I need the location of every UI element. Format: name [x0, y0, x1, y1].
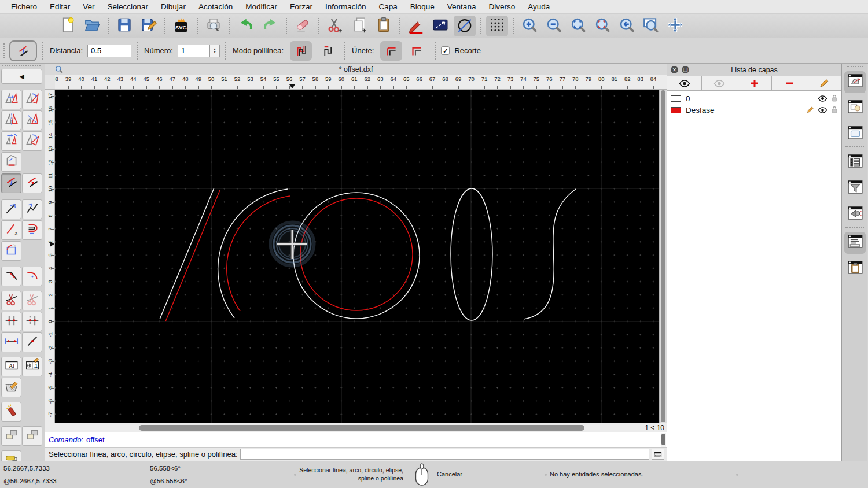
menu-item-ver[interactable]: Ver: [76, 2, 101, 11]
divide-button[interactable]: [1, 312, 21, 331]
menu-item-forzar[interactable]: Forzar: [284, 2, 319, 11]
menu-item-editar[interactable]: Editar: [43, 2, 76, 11]
save-button[interactable]: [113, 16, 135, 36]
dock-selection-filter-button[interactable]: [844, 178, 866, 199]
drawing-canvas[interactable]: [55, 90, 659, 423]
dock-drag-handle[interactable]: [847, 66, 863, 67]
menu-item-informacion[interactable]: Información: [319, 2, 373, 11]
order-lower-button[interactable]: [22, 426, 42, 446]
dock-block-list-button[interactable]: [844, 97, 866, 119]
export-svg-button[interactable]: SVG: [170, 16, 192, 36]
zoom-selection-button[interactable]: [591, 16, 613, 36]
zoom-in-button[interactable]: [518, 16, 540, 36]
split-point-button[interactable]: [22, 332, 42, 352]
trim-checkbox[interactable]: ✓: [441, 46, 450, 55]
menu-item-diverso[interactable]: Diverso: [482, 2, 521, 11]
menu-item-fichero[interactable]: Fichero: [5, 2, 43, 11]
command-history-scrollbar-thumb[interactable]: [661, 434, 665, 445]
scale-button[interactable]: [22, 110, 42, 130]
dock-library-browser-button[interactable]: [844, 123, 866, 145]
layer-lock-icon[interactable]: [831, 106, 838, 114]
menu-item-seleccionar[interactable]: Seleccionar: [101, 2, 155, 11]
ellipse-tools-button[interactable]: [454, 16, 476, 36]
grid-toggle-button[interactable]: [486, 16, 508, 36]
move-rotate-button[interactable]: [1, 131, 21, 151]
join-round-button[interactable]: [380, 41, 402, 61]
polyline-join-button[interactable]: [22, 199, 42, 219]
polyline-mode-segment-button[interactable]: [315, 41, 337, 61]
menu-item-bloque[interactable]: Bloque: [404, 2, 441, 11]
delete-segment-button[interactable]: x: [1, 220, 21, 240]
polyline-equidistant-button[interactable]: [22, 220, 42, 240]
order-raise-button[interactable]: [1, 426, 21, 446]
edit-text-button[interactable]: Al: [1, 357, 21, 376]
copy-button[interactable]: [348, 16, 370, 36]
layer-row-desfase[interactable]: Desfase: [667, 104, 841, 116]
mirror-button[interactable]: [1, 110, 21, 130]
trim-two-button[interactable]: [22, 291, 42, 310]
dock-command-echo-button[interactable]: [844, 204, 866, 225]
edit-layer-button[interactable]: [807, 76, 841, 90]
menu-item-ventana[interactable]: Ventana: [441, 2, 483, 11]
join-sharp-button[interactable]: [406, 41, 428, 61]
command-window-button[interactable]: [652, 449, 664, 460]
dock-entity-list-button[interactable]: [844, 151, 866, 173]
rotate-button[interactable]: [22, 90, 42, 109]
trim-button[interactable]: [1, 291, 21, 310]
zoom-out-button[interactable]: [543, 16, 565, 36]
paste-button[interactable]: [373, 16, 395, 36]
layer-edit-icon[interactable]: [806, 106, 814, 114]
palette-drag-handle[interactable]: [2, 65, 41, 66]
layer-lock-icon[interactable]: [831, 94, 838, 102]
print-preview-button[interactable]: [203, 16, 225, 36]
hide-all-layers-button[interactable]: [702, 76, 737, 90]
edit-hatch-button[interactable]: [1, 378, 21, 397]
zoom-window-button[interactable]: [640, 16, 662, 36]
vertical-scrollbar-thumb[interactable]: [661, 90, 665, 422]
divide-dashed-button[interactable]: [22, 312, 42, 331]
toolbar-drag-handle[interactable]: [3, 43, 7, 58]
number-spinner[interactable]: ▲▼: [210, 45, 220, 57]
horizontal-scrollbar-thumb[interactable]: [139, 425, 584, 431]
undo-button[interactable]: [235, 16, 257, 36]
zoom-pan-button[interactable]: [664, 16, 686, 36]
explode-button[interactable]: [1, 402, 21, 422]
rotate-two-button[interactable]: [22, 131, 42, 151]
dock-layer-list-button[interactable]: [844, 71, 866, 93]
vertical-scrollbar[interactable]: [659, 90, 667, 423]
stretch-button[interactable]: [1, 332, 21, 352]
fillet-shape-button[interactable]: [1, 241, 21, 261]
remove-layer-button[interactable]: [772, 76, 807, 90]
distance-input[interactable]: [87, 45, 131, 57]
zoom-auto-button[interactable]: [567, 16, 589, 36]
zoom-previous-button[interactable]: [616, 16, 638, 36]
menu-item-modificar[interactable]: Modificar: [239, 2, 284, 11]
corner-round-button[interactable]: [22, 267, 42, 286]
redo-button[interactable]: [259, 16, 281, 36]
offset-button[interactable]: [1, 173, 21, 193]
deform-button[interactable]: [1, 152, 21, 172]
offset-tool-button[interactable]: [9, 40, 37, 61]
menu-item-capa[interactable]: Capa: [373, 2, 404, 11]
polyline-mode-contour-button[interactable]: [290, 41, 312, 61]
command-input[interactable]: [240, 449, 649, 460]
layer-visible-icon[interactable]: [818, 95, 827, 102]
dimension-line-button[interactable]: [429, 16, 451, 36]
save-as-button[interactable]: [138, 16, 160, 36]
layer-row-0[interactable]: 0: [667, 93, 841, 104]
dock-command-line-button[interactable]: [844, 232, 866, 254]
layer-visible-icon[interactable]: [818, 106, 827, 114]
delete-eraser-button[interactable]: [292, 16, 314, 36]
bevel-button[interactable]: [1, 199, 21, 219]
menu-item-ayuda[interactable]: Ayuda: [521, 2, 556, 11]
dock-clipboard-button[interactable]: [844, 258, 866, 280]
add-layer-button[interactable]: [737, 76, 772, 90]
palette-back-button[interactable]: ◀: [1, 69, 42, 84]
move-copy-button[interactable]: [1, 90, 21, 109]
menu-item-acotacion[interactable]: Acotación: [192, 2, 239, 11]
horizontal-scrollbar[interactable]: 1 < 10: [45, 423, 667, 432]
new-file-button[interactable]: [57, 16, 79, 36]
number-input[interactable]: [178, 45, 210, 57]
offset-through-point-button[interactable]: [22, 173, 42, 193]
open-file-button[interactable]: [81, 16, 103, 36]
